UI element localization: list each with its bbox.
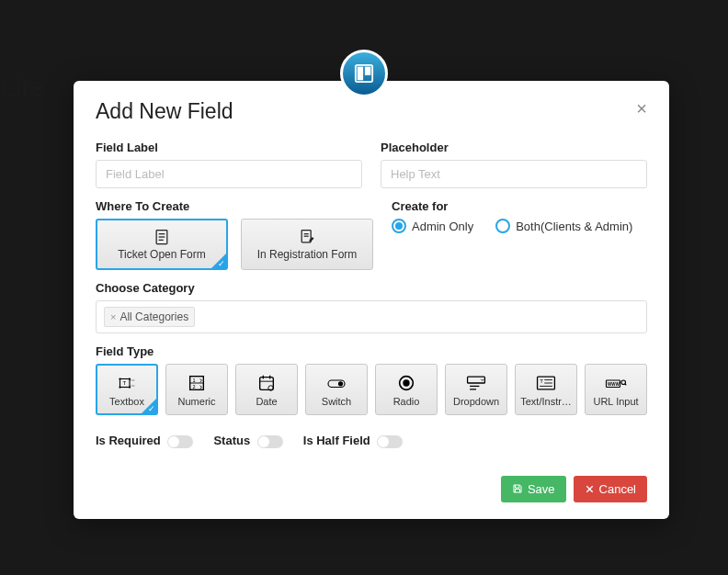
svg-point-15 — [129, 386, 131, 388]
field-type-radio[interactable]: Radio — [375, 364, 438, 415]
save-icon — [512, 483, 523, 494]
form-edit-icon — [297, 228, 317, 246]
toggle-icon — [257, 435, 283, 448]
create-for-label: Create for — [392, 199, 647, 213]
field-type-dropdown[interactable]: Dropdown — [445, 364, 507, 415]
svg-point-28 — [338, 381, 343, 386]
field-type-date[interactable]: Date — [235, 364, 298, 415]
svg-text:T: T — [540, 378, 543, 384]
create-for-admin-only[interactable]: Admin Only — [392, 219, 473, 233]
type-label: Text/Instr… — [520, 396, 572, 407]
dropdown-icon — [465, 373, 487, 393]
field-type-numeric[interactable]: 12 Numeric — [165, 364, 228, 415]
radio-icon — [495, 219, 510, 233]
where-option-ticket-open-form[interactable]: Ticket Open Form — [96, 219, 228, 270]
radio-icon — [392, 219, 406, 233]
is-half-field-toggle[interactable]: Is Half Field — [303, 434, 404, 448]
where-option-label: In Registration Form — [257, 248, 358, 261]
form-list-icon — [152, 228, 172, 246]
type-label: Numeric — [178, 396, 216, 407]
where-option-label: Ticket Open Form — [118, 248, 206, 261]
status-toggle[interactable]: Status — [213, 434, 282, 448]
where-to-create-label: Where To Create — [96, 199, 373, 213]
switch-icon — [325, 373, 347, 393]
selected-check-icon — [211, 254, 226, 268]
cancel-button[interactable]: Cancel — [574, 476, 647, 502]
field-type-text-instr[interactable]: T Text/Instr… — [515, 364, 577, 415]
svg-rect-1 — [358, 68, 363, 80]
category-tag[interactable]: × All Categories — [104, 307, 195, 327]
field-type-label: Field Type — [96, 344, 647, 358]
type-label: Radio — [393, 396, 420, 407]
radio-label: Both(Clients & Admin) — [516, 220, 632, 233]
toggle-icon — [377, 435, 403, 448]
placeholder-input[interactable] — [381, 160, 647, 188]
svg-text:T: T — [123, 380, 127, 386]
textbox-icon: T — [116, 373, 138, 393]
date-icon — [256, 373, 278, 393]
field-type-url-input[interactable]: WWW URL Input — [585, 364, 647, 415]
svg-line-42 — [625, 383, 627, 385]
placeholder-label: Placeholder — [381, 141, 647, 154]
type-label: Switch — [322, 396, 351, 407]
svg-point-12 — [119, 378, 120, 379]
svg-point-13 — [129, 378, 131, 379]
close-icon — [585, 484, 595, 494]
svg-rect-22 — [260, 377, 274, 389]
svg-text:1: 1 — [192, 378, 195, 383]
modal-title: Add New Field — [96, 99, 233, 124]
url-icon: WWW — [605, 373, 627, 393]
field-type-switch[interactable]: Switch — [305, 364, 368, 415]
svg-text:WWW: WWW — [608, 382, 620, 387]
svg-rect-2 — [366, 68, 370, 74]
field-label-label: Field Label — [96, 141, 362, 154]
type-label: Date — [256, 396, 277, 407]
choose-category-label: Choose Category — [96, 281, 647, 295]
type-label: Dropdown — [453, 396, 499, 407]
radio-icon — [395, 373, 417, 393]
svg-point-14 — [119, 386, 120, 388]
create-for-both[interactable]: Both(Clients & Admin) — [495, 219, 632, 233]
app-logo-icon — [340, 50, 388, 97]
toggle-icon — [167, 435, 193, 448]
type-label: URL Input — [593, 396, 638, 407]
save-button[interactable]: Save — [501, 476, 566, 502]
numeric-icon: 12 — [186, 373, 208, 393]
tag-remove-icon[interactable]: × — [110, 311, 116, 322]
selected-check-icon — [142, 399, 156, 413]
field-label-input[interactable] — [96, 160, 362, 188]
field-type-textbox[interactable]: T Textbox — [96, 364, 158, 415]
type-label: Textbox — [109, 396, 144, 407]
svg-point-30 — [403, 379, 409, 386]
is-required-toggle[interactable]: Is Required — [96, 434, 193, 448]
add-field-modal: Add New Field × Field Label Placeholder … — [74, 81, 669, 519]
where-option-registration-form[interactable]: In Registration Form — [241, 219, 373, 270]
close-button[interactable]: × — [636, 99, 647, 118]
tag-label: All Categories — [119, 310, 188, 323]
category-select[interactable]: × All Categories — [96, 300, 647, 333]
text-instr-icon: T — [535, 373, 557, 393]
svg-text:2: 2 — [192, 384, 195, 389]
radio-label: Admin Only — [412, 220, 473, 233]
